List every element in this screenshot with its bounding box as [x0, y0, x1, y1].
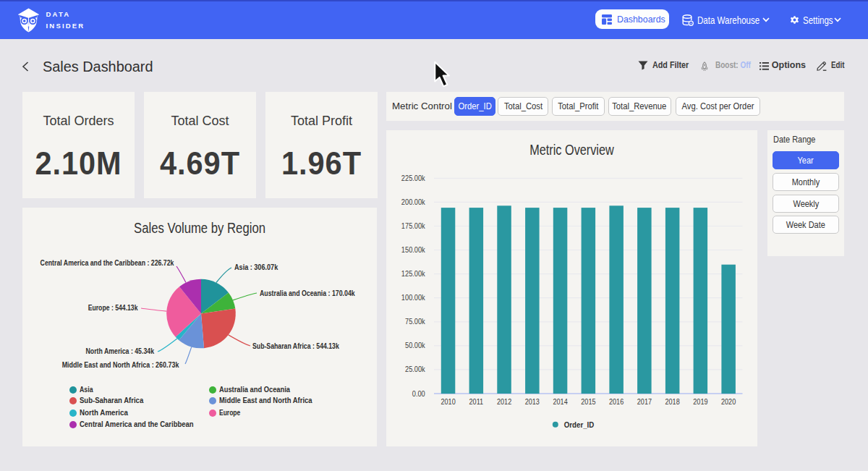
svg-text:2013: 2013 — [525, 397, 540, 406]
svg-text:25.00k: 25.00k — [405, 365, 425, 373]
svg-text:2019: 2019 — [693, 397, 708, 406]
svg-text:2014: 2014 — [553, 397, 569, 406]
svg-text:2015: 2015 — [581, 397, 596, 406]
svg-text:225.00k: 225.00k — [401, 174, 425, 182]
svg-text:150.00k: 150.00k — [401, 246, 425, 254]
svg-text:2016: 2016 — [609, 397, 624, 406]
svg-text:2010: 2010 — [441, 397, 456, 406]
svg-text:75.00k: 75.00k — [405, 318, 425, 326]
svg-text:2020: 2020 — [721, 397, 736, 406]
svg-text:2011: 2011 — [469, 397, 484, 406]
svg-text:Order_ID: Order_ID — [564, 420, 595, 429]
svg-text:0.00: 0.00 — [412, 389, 425, 397]
svg-text:175.00k: 175.00k — [401, 222, 425, 230]
svg-text:125.00k: 125.00k — [401, 270, 425, 278]
svg-text:2018: 2018 — [665, 397, 681, 406]
svg-text:50.00k: 50.00k — [405, 341, 425, 349]
svg-text:100.00k: 100.00k — [401, 294, 425, 302]
svg-text:200.00k: 200.00k — [401, 198, 425, 206]
svg-text:2012: 2012 — [497, 397, 512, 406]
svg-text:2017: 2017 — [637, 397, 652, 406]
